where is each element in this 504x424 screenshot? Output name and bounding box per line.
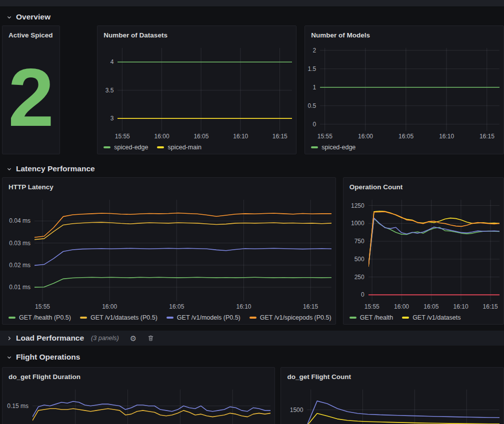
x-axis: 15:5516:0016:0516:1016:15 (305, 131, 500, 141)
chart-legend: spiced-edgespiced-main (98, 141, 292, 154)
section-header-load-performance[interactable]: Load Performance (3 panels) ⚙ (0, 331, 504, 346)
y-tick-label: 1 (313, 84, 316, 91)
plot-area[interactable] (307, 390, 500, 424)
panel-title-active-spiced[interactable]: Active Spiced (2, 26, 60, 45)
chart-svg (34, 200, 332, 301)
y-tick-label: 0 (313, 121, 316, 128)
datasets-chart[interactable]: 43.5315:5516:0016:0516:1016:15spiced-edg… (98, 45, 296, 154)
series-line (32, 409, 270, 421)
chart-svg (320, 48, 500, 131)
x-tick-label: 16:00 (102, 303, 117, 310)
legend-swatch (311, 146, 318, 148)
y-axis: 0.04 ms0.03 ms0.02 ms0.01 ms (2, 200, 34, 301)
panel-do-get-flight-duration: do_get Flight Duration 0.15 ms (2, 367, 275, 424)
y-tick-label: 1250 (351, 202, 364, 209)
panel-title-do-get-flight-duration[interactable]: do_get Flight Duration (2, 368, 274, 387)
legend-item[interactable]: spiced-edge (311, 144, 356, 151)
operation-count-chart[interactable]: 12501000750500250015:5516:0016:0516:1016… (344, 197, 504, 324)
panel-title-number-of-datasets[interactable]: Number of Datasets (98, 26, 296, 45)
y-tick-label: 0.02 ms (9, 262, 30, 269)
chart-svg (307, 390, 500, 424)
legend-swatch (8, 317, 16, 319)
series-line (34, 277, 332, 287)
panel-title-number-of-models[interactable]: Number of Models (305, 26, 504, 45)
plot-area[interactable] (34, 200, 332, 301)
series-line (368, 218, 500, 266)
legend-label: GET /v1/datasets (P0.5) (90, 314, 158, 321)
http-latency-chart[interactable]: 0.04 ms0.03 ms0.02 ms0.01 ms15:5516:0016… (2, 197, 336, 324)
y-axis: 125010007505002500 (344, 200, 368, 301)
legend-item[interactable]: GET /v1/spicepods (P0.5) (250, 314, 332, 321)
plot-area[interactable] (320, 48, 500, 131)
row-settings-button[interactable]: ⚙ (130, 335, 136, 342)
series-line (368, 211, 500, 266)
y-tick-label: 0.04 ms (9, 217, 30, 224)
legend-swatch (157, 146, 164, 148)
x-tick-label: 15:55 (364, 303, 380, 310)
y-tick-label: 0.03 ms (9, 240, 30, 247)
chart-legend: GET /healthGET /v1/datasets (344, 311, 500, 324)
overview-panel-row: Active Spiced 2 Number of Datasets 43.53… (0, 25, 504, 154)
legend-swatch (402, 317, 409, 319)
plot-area[interactable] (32, 390, 270, 424)
y-tick-label: 3 (110, 115, 114, 122)
grafana-dashboard: { "colors":{"green":"#73BF69","yellow_br… (0, 0, 504, 424)
flight-panel-row: do_get Flight Duration 0.15 ms do_get Fl… (0, 367, 504, 424)
legend-item[interactable]: GET /v1/datasets (402, 314, 460, 321)
panel-title-operation-count[interactable]: Operation Count (344, 178, 504, 197)
chart-svg (118, 48, 292, 131)
y-axis: 21.510.50 (305, 48, 320, 131)
x-tick-label: 16:00 (154, 133, 170, 140)
panel-number-of-models: Number of Models 21.510.5015:5516:0016:0… (304, 25, 504, 154)
y-tick-label: 3.5 (106, 87, 114, 94)
legend-swatch (104, 146, 110, 148)
legend-item[interactable]: GET /v1/models (P0.5) (166, 314, 240, 321)
chart-svg (368, 200, 500, 301)
legend-label: spiced-edge (114, 144, 148, 151)
y-tick-label: 1000 (351, 220, 364, 227)
plot-area[interactable] (368, 200, 500, 301)
legend-swatch (350, 317, 356, 319)
models-chart[interactable]: 21.510.5015:5516:0016:0516:1016:15spiced… (305, 45, 504, 154)
legend-item[interactable]: GET /v1/datasets (P0.5) (80, 314, 158, 321)
panels-count-label: (3 panels) (91, 335, 119, 342)
y-tick-label: 0.5 (308, 102, 316, 109)
y-axis: 1500 (281, 390, 307, 424)
series-line (307, 401, 500, 424)
chevron-down-icon (6, 166, 12, 172)
chart-svg (32, 390, 270, 424)
panel-http-latency: HTTP Latency 0.04 ms0.03 ms0.02 ms0.01 m… (2, 177, 336, 325)
legend-item[interactable]: GET /health (350, 314, 393, 321)
y-tick-label: 1500 (290, 407, 304, 414)
section-header-flight-operations[interactable]: Flight Operations (0, 350, 504, 365)
plot-area[interactable] (118, 48, 292, 131)
flight-count-chart[interactable]: 1500 (281, 387, 504, 424)
panel-title-http-latency[interactable]: HTTP Latency (2, 178, 336, 197)
legend-item[interactable]: spiced-main (157, 144, 201, 151)
panel-active-spiced: Active Spiced 2 (2, 25, 60, 154)
x-tick-label: 16:15 (480, 133, 494, 140)
x-tick-label: 16:15 (303, 303, 318, 310)
section-header-overview[interactable]: Overview (0, 9, 504, 24)
legend-item[interactable]: GET /health (P0.5) (8, 314, 71, 321)
row-delete-button[interactable] (148, 335, 154, 342)
y-axis: 0.15 ms (2, 390, 32, 424)
y-tick-label: 0 (361, 291, 364, 298)
x-axis: 15:5516:0016:0516:1016:15 (2, 301, 332, 311)
gear-icon: ⚙ (130, 335, 136, 342)
top-bar (0, 0, 504, 7)
x-tick-label: 16:10 (454, 303, 468, 310)
panel-title-do-get-flight-count[interactable]: do_get Flight Count (281, 368, 504, 387)
y-tick-label: 750 (354, 238, 364, 245)
legend-swatch (250, 317, 256, 319)
x-tick-label: 15:55 (115, 133, 130, 140)
y-tick-label: 2 (313, 47, 316, 54)
section-header-latency-performance[interactable]: Latency Performance (0, 161, 504, 176)
y-tick-label: 500 (354, 256, 364, 263)
chart-legend: spiced-edge (305, 141, 500, 154)
legend-label: GET /v1/spicepods (P0.5) (260, 314, 332, 321)
series-line (307, 414, 500, 424)
series-line (368, 212, 500, 267)
legend-item[interactable]: spiced-edge (104, 144, 148, 151)
flight-duration-chart[interactable]: 0.15 ms (2, 387, 274, 424)
